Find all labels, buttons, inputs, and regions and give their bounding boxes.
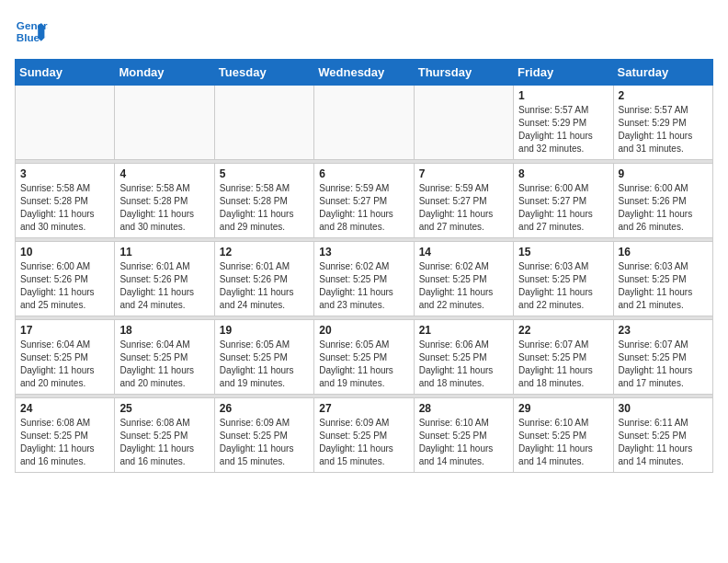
day-info: Sunrise: 6:04 AM Sunset: 5:25 PM Dayligh…	[119, 339, 209, 390]
day-number: 13	[319, 246, 408, 259]
day-info: Sunrise: 6:00 AM Sunset: 5:26 PM Dayligh…	[619, 182, 708, 234]
day-info: Sunrise: 6:05 AM Sunset: 5:25 PM Dayligh…	[220, 339, 309, 390]
weekday-header-saturday: Saturday	[613, 60, 712, 86]
day-info: Sunrise: 6:02 AM Sunset: 5:25 PM Dayligh…	[419, 260, 508, 312]
day-info: Sunrise: 6:08 AM Sunset: 5:25 PM Dayligh…	[20, 417, 109, 468]
day-number: 3	[20, 167, 109, 180]
day-info: Sunrise: 6:10 AM Sunset: 5:25 PM Dayligh…	[419, 417, 508, 468]
day-number: 7	[419, 167, 508, 180]
calendar-cell: 25Sunrise: 6:08 AM Sunset: 5:25 PM Dayli…	[115, 398, 214, 473]
day-info: Sunrise: 5:57 AM Sunset: 5:29 PM Dayligh…	[518, 104, 608, 155]
calendar-cell: 29Sunrise: 6:10 AM Sunset: 5:25 PM Dayli…	[514, 398, 613, 473]
calendar-cell: 4Sunrise: 5:58 AM Sunset: 5:28 PM Daylig…	[115, 164, 214, 238]
weekday-header-sunday: Sunday	[16, 60, 115, 86]
day-info: Sunrise: 5:58 AM Sunset: 5:28 PM Dayligh…	[20, 182, 109, 234]
calendar-cell	[16, 86, 115, 160]
day-number: 6	[319, 167, 408, 180]
calendar-cell	[214, 86, 313, 160]
day-info: Sunrise: 5:59 AM Sunset: 5:27 PM Dayligh…	[419, 182, 508, 234]
calendar-cell: 9Sunrise: 6:00 AM Sunset: 5:26 PM Daylig…	[613, 164, 712, 238]
calendar-body: 1Sunrise: 5:57 AM Sunset: 5:29 PM Daylig…	[16, 86, 713, 473]
calendar-cell: 8Sunrise: 6:00 AM Sunset: 5:27 PM Daylig…	[514, 164, 613, 238]
logo: General Blue	[15, 15, 48, 48]
day-info: Sunrise: 6:00 AM Sunset: 5:26 PM Dayligh…	[20, 260, 109, 312]
calendar-cell: 19Sunrise: 6:05 AM Sunset: 5:25 PM Dayli…	[214, 320, 313, 395]
day-info: Sunrise: 6:08 AM Sunset: 5:25 PM Dayligh…	[119, 417, 209, 468]
day-info: Sunrise: 6:11 AM Sunset: 5:25 PM Dayligh…	[619, 417, 708, 468]
calendar-table: SundayMondayTuesdayWednesdayThursdayFrid…	[15, 59, 713, 473]
logo-icon: General Blue	[15, 15, 48, 48]
calendar-cell: 5Sunrise: 5:58 AM Sunset: 5:28 PM Daylig…	[214, 164, 313, 238]
day-number: 19	[220, 324, 309, 337]
day-number: 27	[319, 402, 408, 415]
calendar-cell: 17Sunrise: 6:04 AM Sunset: 5:25 PM Dayli…	[16, 320, 115, 395]
day-number: 26	[220, 402, 309, 415]
weekday-header-wednesday: Wednesday	[314, 60, 414, 86]
calendar-cell: 13Sunrise: 6:02 AM Sunset: 5:25 PM Dayli…	[314, 242, 414, 316]
calendar-cell: 16Sunrise: 6:03 AM Sunset: 5:25 PM Dayli…	[613, 242, 712, 316]
calendar-cell: 10Sunrise: 6:00 AM Sunset: 5:26 PM Dayli…	[16, 242, 115, 316]
calendar-week-3: 17Sunrise: 6:04 AM Sunset: 5:25 PM Dayli…	[16, 320, 713, 395]
calendar-cell: 2Sunrise: 5:57 AM Sunset: 5:29 PM Daylig…	[613, 86, 712, 160]
day-number: 12	[220, 246, 309, 259]
day-info: Sunrise: 6:10 AM Sunset: 5:25 PM Dayligh…	[518, 417, 608, 468]
day-info: Sunrise: 6:06 AM Sunset: 5:25 PM Dayligh…	[419, 339, 508, 390]
calendar-cell: 7Sunrise: 5:59 AM Sunset: 5:27 PM Daylig…	[414, 164, 513, 238]
weekday-header-friday: Friday	[514, 60, 613, 86]
day-number: 25	[119, 402, 209, 415]
day-number: 30	[619, 402, 708, 415]
day-number: 28	[419, 402, 508, 415]
day-info: Sunrise: 6:09 AM Sunset: 5:25 PM Dayligh…	[220, 417, 309, 468]
calendar-week-4: 24Sunrise: 6:08 AM Sunset: 5:25 PM Dayli…	[16, 398, 713, 473]
day-info: Sunrise: 6:02 AM Sunset: 5:25 PM Dayligh…	[319, 260, 408, 312]
calendar-week-2: 10Sunrise: 6:00 AM Sunset: 5:26 PM Dayli…	[16, 242, 713, 316]
weekday-header-monday: Monday	[115, 60, 214, 86]
calendar-cell: 1Sunrise: 5:57 AM Sunset: 5:29 PM Daylig…	[514, 86, 613, 160]
page-header: General Blue	[15, 15, 713, 48]
calendar-cell: 15Sunrise: 6:03 AM Sunset: 5:25 PM Dayli…	[514, 242, 613, 316]
day-number: 14	[419, 246, 508, 259]
day-info: Sunrise: 6:03 AM Sunset: 5:25 PM Dayligh…	[619, 260, 708, 312]
day-number: 8	[518, 167, 608, 180]
calendar-cell: 18Sunrise: 6:04 AM Sunset: 5:25 PM Dayli…	[115, 320, 214, 395]
day-info: Sunrise: 6:04 AM Sunset: 5:25 PM Dayligh…	[20, 339, 109, 390]
calendar-cell: 28Sunrise: 6:10 AM Sunset: 5:25 PM Dayli…	[414, 398, 513, 473]
day-number: 18	[119, 324, 209, 337]
calendar-cell: 20Sunrise: 6:05 AM Sunset: 5:25 PM Dayli…	[314, 320, 414, 395]
day-number: 17	[20, 324, 109, 337]
day-info: Sunrise: 5:58 AM Sunset: 5:28 PM Dayligh…	[119, 182, 209, 234]
day-number: 29	[518, 402, 608, 415]
calendar-cell	[115, 86, 214, 160]
day-number: 22	[518, 324, 608, 337]
svg-text:Blue: Blue	[17, 31, 40, 43]
day-number: 16	[619, 246, 708, 259]
day-number: 24	[20, 402, 109, 415]
day-number: 1	[518, 89, 608, 102]
day-number: 2	[619, 89, 708, 102]
weekday-header-thursday: Thursday	[414, 60, 513, 86]
day-info: Sunrise: 6:03 AM Sunset: 5:25 PM Dayligh…	[518, 260, 608, 312]
day-info: Sunrise: 6:05 AM Sunset: 5:25 PM Dayligh…	[319, 339, 408, 390]
day-number: 4	[119, 167, 209, 180]
day-number: 15	[518, 246, 608, 259]
calendar-cell: 30Sunrise: 6:11 AM Sunset: 5:25 PM Dayli…	[613, 398, 712, 473]
calendar-cell: 11Sunrise: 6:01 AM Sunset: 5:26 PM Dayli…	[115, 242, 214, 316]
day-info: Sunrise: 6:09 AM Sunset: 5:25 PM Dayligh…	[319, 417, 408, 468]
calendar-cell: 6Sunrise: 5:59 AM Sunset: 5:27 PM Daylig…	[314, 164, 414, 238]
weekday-header-tuesday: Tuesday	[214, 60, 313, 86]
day-number: 21	[419, 324, 508, 337]
day-info: Sunrise: 5:57 AM Sunset: 5:29 PM Dayligh…	[619, 104, 708, 155]
weekday-row: SundayMondayTuesdayWednesdayThursdayFrid…	[16, 60, 713, 86]
day-number: 9	[619, 167, 708, 180]
day-info: Sunrise: 6:01 AM Sunset: 5:26 PM Dayligh…	[220, 260, 309, 312]
day-number: 5	[220, 167, 309, 180]
day-info: Sunrise: 6:00 AM Sunset: 5:27 PM Dayligh…	[518, 182, 608, 234]
day-info: Sunrise: 5:59 AM Sunset: 5:27 PM Dayligh…	[319, 182, 408, 234]
calendar-cell: 24Sunrise: 6:08 AM Sunset: 5:25 PM Dayli…	[16, 398, 115, 473]
calendar-cell: 27Sunrise: 6:09 AM Sunset: 5:25 PM Dayli…	[314, 398, 414, 473]
calendar-cell	[414, 86, 513, 160]
calendar-cell: 21Sunrise: 6:06 AM Sunset: 5:25 PM Dayli…	[414, 320, 513, 395]
calendar-week-1: 3Sunrise: 5:58 AM Sunset: 5:28 PM Daylig…	[16, 164, 713, 238]
day-number: 20	[319, 324, 408, 337]
day-number: 11	[119, 246, 209, 259]
